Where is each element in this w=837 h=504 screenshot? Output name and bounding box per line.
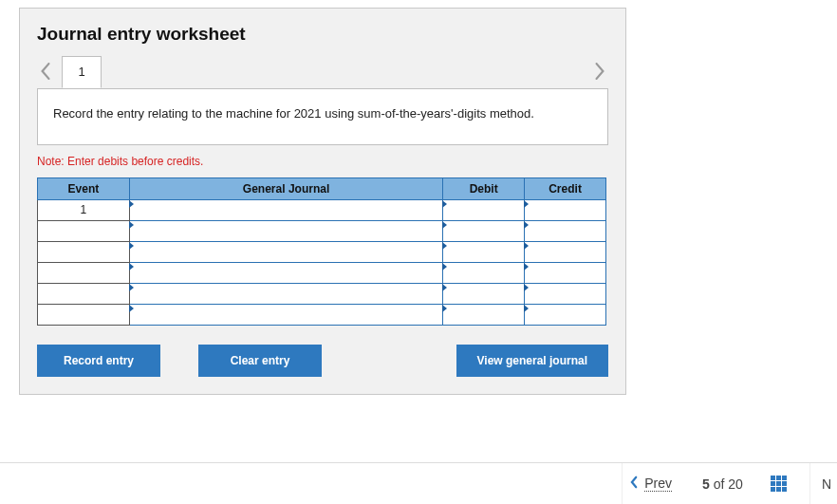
dropdown-marker-icon (442, 242, 447, 250)
debit-cell[interactable] (443, 199, 525, 220)
dropdown-marker-icon (524, 263, 529, 271)
instruction-box: Record the entry relating to the machine… (37, 88, 608, 145)
dropdown-marker-icon (524, 284, 529, 291)
dropdown-marker-icon (129, 284, 134, 291)
col-header-event: Event (38, 177, 130, 199)
dropdown-marker-icon (129, 242, 134, 250)
dropdown-marker-icon (524, 221, 529, 229)
journal-cell[interactable] (129, 304, 442, 325)
debit-cell[interactable] (443, 262, 525, 283)
button-row: Record entry Clear entry View general jo… (37, 345, 608, 377)
journal-table: Event General Journal Debit Credit 1 (37, 177, 606, 326)
dropdown-marker-icon (442, 221, 447, 229)
tab-label: 1 (78, 65, 84, 79)
event-cell[interactable] (38, 220, 130, 241)
col-header-general-journal: General Journal (129, 177, 442, 199)
event-cell[interactable] (38, 304, 130, 325)
dropdown-marker-icon (524, 200, 529, 208)
table-row (38, 220, 606, 241)
table-row (38, 241, 606, 262)
record-entry-button[interactable]: Record entry (37, 345, 160, 377)
journal-cell[interactable] (129, 220, 442, 241)
next-tab-chevron-icon[interactable] (591, 63, 608, 80)
debit-cell[interactable] (443, 304, 525, 325)
dropdown-marker-icon (524, 305, 529, 312)
dropdown-marker-icon (442, 305, 447, 312)
dropdown-marker-icon (129, 200, 134, 208)
dropdown-marker-icon (442, 200, 447, 208)
dropdown-marker-icon (129, 263, 134, 271)
journal-cell[interactable] (129, 241, 442, 262)
event-cell[interactable] (38, 262, 130, 283)
credit-cell[interactable] (525, 283, 606, 304)
view-general-journal-button[interactable]: View general journal (456, 345, 608, 377)
note-text: Note: Enter debits before credits. (37, 155, 608, 168)
journal-cell[interactable] (129, 283, 442, 304)
journal-cell[interactable] (129, 199, 442, 220)
event-cell[interactable]: 1 (38, 199, 130, 220)
dropdown-marker-icon (442, 284, 447, 291)
instruction-text: Record the entry relating to the machine… (53, 106, 534, 121)
clear-entry-button[interactable]: Clear entry (198, 345, 322, 377)
debit-cell[interactable] (443, 241, 525, 262)
col-header-debit: Debit (443, 177, 525, 199)
credit-cell[interactable] (525, 241, 606, 262)
debit-cell[interactable] (443, 220, 525, 241)
dropdown-marker-icon (129, 221, 134, 229)
prev-tab-chevron-icon[interactable] (37, 63, 54, 80)
credit-cell[interactable] (525, 262, 606, 283)
event-cell[interactable] (38, 283, 130, 304)
tab-1[interactable]: 1 (62, 56, 102, 88)
tabs-row: 1 (37, 54, 608, 88)
credit-cell[interactable] (525, 199, 606, 220)
dropdown-marker-icon (129, 305, 134, 312)
dropdown-marker-icon (442, 263, 447, 271)
debit-cell[interactable] (443, 283, 525, 304)
table-row: 1 (38, 199, 606, 220)
credit-cell[interactable] (525, 220, 606, 241)
worksheet-card: Journal entry worksheet 1 Record the ent… (19, 8, 626, 395)
credit-cell[interactable] (525, 304, 606, 325)
col-header-credit: Credit (525, 177, 606, 199)
dropdown-marker-icon (524, 242, 529, 250)
event-cell[interactable] (38, 241, 130, 262)
table-row (38, 304, 606, 325)
worksheet-title: Journal entry worksheet (37, 24, 608, 45)
table-row (38, 283, 606, 304)
journal-cell[interactable] (129, 262, 442, 283)
table-row (38, 262, 606, 283)
